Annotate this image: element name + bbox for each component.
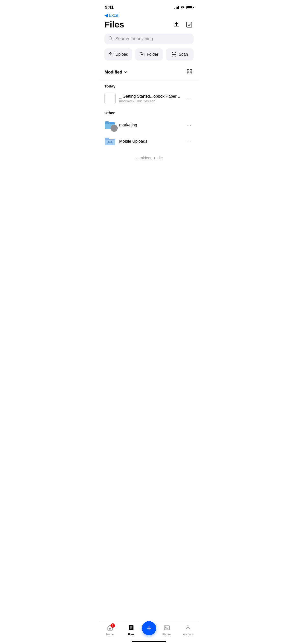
shared-folder-name: Mobile Uploads bbox=[119, 139, 181, 144]
section-today-label: Today bbox=[104, 84, 115, 88]
shared-folder-more-button[interactable]: ··· bbox=[184, 138, 194, 145]
search-bar[interactable]: Search for anything bbox=[104, 34, 194, 44]
scan-icon bbox=[171, 52, 177, 57]
signal-icon bbox=[174, 6, 179, 9]
status-time: 9:41 bbox=[105, 5, 114, 10]
status-bar: 9:41 bbox=[99, 0, 199, 12]
page-header: Files bbox=[99, 18, 199, 33]
scan-action-label: Scan bbox=[179, 52, 188, 57]
svg-rect-12 bbox=[187, 69, 189, 71]
back-arrow-icon: ◀ bbox=[104, 13, 108, 18]
upload-button[interactable] bbox=[172, 20, 181, 29]
upload-icon bbox=[173, 21, 180, 28]
sort-bar: Modified bbox=[99, 66, 199, 80]
battery-icon bbox=[186, 6, 193, 9]
search-placeholder: Search for anything bbox=[115, 36, 153, 41]
shared-folder-icon bbox=[104, 137, 116, 146]
drag-indicator bbox=[111, 125, 118, 132]
upload-action-button[interactable]: Upload bbox=[104, 48, 132, 61]
list-item[interactable]: Mobile Uploads ··· bbox=[99, 133, 199, 150]
content-area: Today _ Getting Started...opbox Paper.pa… bbox=[99, 80, 199, 192]
svg-line-4 bbox=[111, 39, 113, 40]
section-today: Today bbox=[99, 80, 199, 90]
wifi-icon bbox=[181, 6, 185, 9]
list-item[interactable]: marketing ··· bbox=[99, 117, 199, 133]
shared-folder-info: Mobile Uploads bbox=[119, 139, 181, 144]
folder-info: marketing bbox=[119, 123, 181, 127]
folder-add-icon bbox=[140, 52, 145, 57]
grid-icon bbox=[186, 69, 193, 75]
search-icon bbox=[109, 36, 113, 42]
back-nav[interactable]: ◀ Excel bbox=[99, 12, 199, 18]
svg-rect-2 bbox=[187, 22, 192, 27]
search-container: Search for anything bbox=[99, 33, 199, 48]
file-meta: modified 26 minutes ago bbox=[119, 99, 181, 103]
file-more-button[interactable]: ··· bbox=[184, 95, 194, 103]
folder-name: marketing bbox=[119, 123, 181, 127]
file-info: _ Getting Started...opbox Paper.paper mo… bbox=[119, 94, 181, 103]
upload-action-label: Upload bbox=[115, 52, 128, 57]
sort-label-text: Modified bbox=[104, 70, 122, 75]
page-title: Files bbox=[104, 20, 124, 30]
file-thumbnail bbox=[104, 93, 116, 104]
select-button[interactable] bbox=[185, 20, 194, 29]
folder-more-button[interactable]: ··· bbox=[184, 121, 194, 129]
section-other-label: Other bbox=[104, 111, 115, 115]
back-label: Excel bbox=[109, 13, 119, 18]
chevron-down-icon bbox=[124, 70, 127, 74]
summary-text: 2 Folders, 1 File bbox=[99, 150, 199, 166]
file-name: _ Getting Started...opbox Paper.paper bbox=[119, 94, 181, 99]
check-square-icon bbox=[186, 21, 193, 28]
header-actions bbox=[172, 20, 194, 29]
status-icons bbox=[174, 6, 193, 9]
shared-folder-thumbnail bbox=[104, 136, 116, 147]
sort-button[interactable]: Modified bbox=[104, 70, 127, 75]
folder-action-button[interactable]: Folder bbox=[135, 48, 163, 61]
folder-thumbnail bbox=[104, 120, 116, 131]
upload-action-icon bbox=[108, 52, 113, 57]
svg-rect-0 bbox=[174, 26, 179, 26]
section-other: Other bbox=[99, 107, 199, 117]
svg-rect-5 bbox=[109, 56, 113, 56]
svg-rect-14 bbox=[187, 72, 189, 74]
svg-rect-15 bbox=[190, 72, 192, 74]
svg-rect-13 bbox=[190, 69, 192, 71]
grid-view-button[interactable] bbox=[185, 68, 194, 77]
action-buttons: Upload Folder Scan bbox=[99, 48, 199, 66]
scan-action-button[interactable]: Scan bbox=[166, 48, 194, 61]
folder-action-label: Folder bbox=[147, 52, 158, 57]
list-item[interactable]: _ Getting Started...opbox Paper.paper mo… bbox=[99, 90, 199, 107]
